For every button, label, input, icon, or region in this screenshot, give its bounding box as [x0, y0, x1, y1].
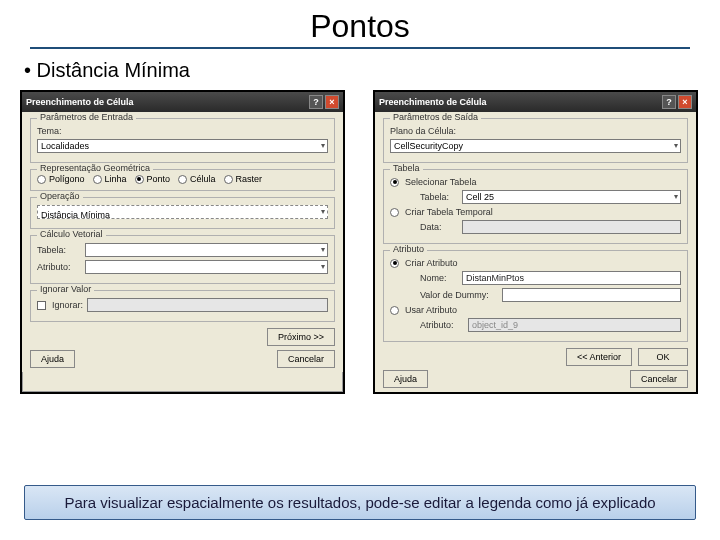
- plano-select[interactable]: CellSecurityCopy: [390, 139, 681, 153]
- cancel-button-1[interactable]: Cancelar: [277, 350, 335, 368]
- operacao-select[interactable]: Distância Mínima: [37, 205, 328, 219]
- prev-button[interactable]: << Anterior: [566, 348, 632, 366]
- ignorar-title: Ignorar Valor: [37, 284, 94, 294]
- group-calculo: Cálculo Vetorial Tabela: Atributo:: [30, 235, 335, 284]
- tabela-label-2: Tabela:: [420, 192, 458, 202]
- group-ignorar: Ignorar Valor Ignorar:: [30, 290, 335, 322]
- ignorar-label: Ignorar:: [52, 300, 83, 310]
- calculo-title: Cálculo Vetorial: [37, 229, 106, 239]
- radio-ponto-label: Ponto: [147, 174, 171, 184]
- valor-dummy-label: Valor de Dummy:: [420, 290, 498, 300]
- group-saida: Parâmetros de Saída Plano da Célula: Cel…: [383, 118, 688, 163]
- radio-linha[interactable]: [93, 175, 102, 184]
- operacao-title: Operação: [37, 191, 83, 201]
- radio-poligono[interactable]: [37, 175, 46, 184]
- group-rep-geo: Representação Geométrica Polígono Linha …: [30, 169, 335, 191]
- data-label: Data:: [420, 222, 458, 232]
- group-tabela: Tabela Selecionar Tabela Tabela:Cell 25 …: [383, 169, 688, 244]
- radio-raster[interactable]: [224, 175, 233, 184]
- help-button-1[interactable]: Ajuda: [30, 350, 75, 368]
- plano-label: Plano da Célula:: [390, 126, 456, 136]
- group-entrada-title: Parâmetros de Entrada: [37, 112, 136, 122]
- radio-criar-atributo[interactable]: [390, 259, 399, 268]
- group-operacao: Operação Distância Mínima: [30, 197, 335, 229]
- atributo-select-1[interactable]: [85, 260, 328, 274]
- tabela-select-2[interactable]: Cell 25: [462, 190, 681, 204]
- radio-raster-label: Raster: [236, 174, 263, 184]
- close-icon[interactable]: ×: [325, 95, 339, 109]
- bullet-distancia-minima: Distância Mínima: [0, 49, 720, 90]
- atributo-input-2[interactable]: object_id_9: [468, 318, 681, 332]
- titlebar-2[interactable]: Preenchimento de Célula ? ×: [375, 92, 696, 112]
- radio-celula-label: Célula: [190, 174, 216, 184]
- titlebar-1[interactable]: Preenchimento de Célula ? ×: [22, 92, 343, 112]
- usar-atributo-label: Usar Atributo: [405, 305, 457, 315]
- tabela-select-1[interactable]: [85, 243, 328, 257]
- radio-linha-label: Linha: [105, 174, 127, 184]
- sel-tabela-label: Selecionar Tabela: [405, 177, 476, 187]
- group-entrada: Parâmetros de Entrada Tema: Localidades: [30, 118, 335, 163]
- radio-ponto[interactable]: [135, 175, 144, 184]
- radio-usar-atributo[interactable]: [390, 306, 399, 315]
- radio-criar-tabela[interactable]: [390, 208, 399, 217]
- ignorar-checkbox[interactable]: [37, 301, 46, 310]
- next-button[interactable]: Próximo >>: [267, 328, 335, 346]
- criar-atributo-label: Criar Atributo: [405, 258, 458, 268]
- saida-title: Parâmetros de Saída: [390, 112, 481, 122]
- help-icon-2[interactable]: ?: [662, 95, 676, 109]
- nome-label: Nome:: [420, 273, 458, 283]
- slide-title: Pontos: [30, 0, 690, 49]
- dialog2-title: Preenchimento de Célula: [379, 97, 487, 107]
- radio-celula[interactable]: [178, 175, 187, 184]
- valor-dummy-input[interactable]: [502, 288, 681, 302]
- criar-tabela-label: Criar Tabela Temporal: [405, 207, 493, 217]
- rep-geo-title: Representação Geométrica: [37, 163, 153, 173]
- radio-sel-tabela[interactable]: [390, 178, 399, 187]
- radio-poligono-label: Polígono: [49, 174, 85, 184]
- ok-button[interactable]: OK: [638, 348, 688, 366]
- help-button-2[interactable]: Ajuda: [383, 370, 428, 388]
- ignorar-input[interactable]: [87, 298, 328, 312]
- dialog1-title: Preenchimento de Célula: [26, 97, 134, 107]
- tema-label: Tema:: [37, 126, 62, 136]
- tabela-label-1: Tabela:: [37, 245, 81, 255]
- atributo-label-2: Atributo:: [420, 320, 464, 330]
- tema-select[interactable]: Localidades: [37, 139, 328, 153]
- cancel-button-2[interactable]: Cancelar: [630, 370, 688, 388]
- nome-input[interactable]: DistanMinPtos: [462, 271, 681, 285]
- dialog-input-params: Preenchimento de Célula ? × Parâmetros d…: [20, 90, 345, 394]
- footer-note: Para visualizar espacialmente os resulta…: [24, 485, 696, 520]
- tabela-group-title: Tabela: [390, 163, 423, 173]
- close-icon-2[interactable]: ×: [678, 95, 692, 109]
- atributo-label-1: Atributo:: [37, 262, 81, 272]
- atributo-group-title: Atributo: [390, 244, 427, 254]
- dialog-output-params: Preenchimento de Célula ? × Parâmetros d…: [373, 90, 698, 394]
- group-atributo: Atributo Criar Atributo Nome:DistanMinPt…: [383, 250, 688, 342]
- help-icon[interactable]: ?: [309, 95, 323, 109]
- data-input[interactable]: [462, 220, 681, 234]
